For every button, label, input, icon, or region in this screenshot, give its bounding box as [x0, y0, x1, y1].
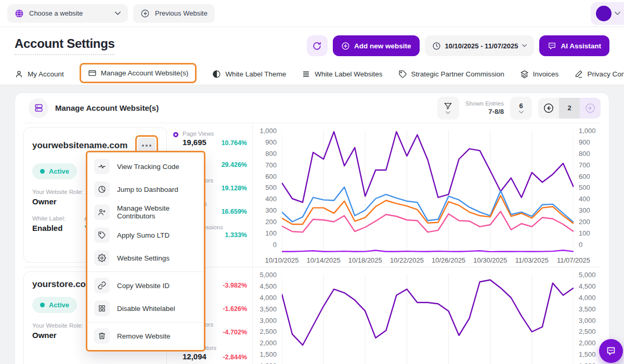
stat-row: Page Views19,69510.764%	[173, 131, 247, 147]
menu-item-label: Jump to Dashboard	[117, 186, 178, 193]
tab-my-account[interactable]: My Account	[15, 70, 64, 79]
tab-white-label-theme[interactable]: White Label Theme	[212, 70, 286, 79]
account-menu[interactable]	[591, 2, 624, 25]
tab-white-label-websites[interactable]: White Label Websites	[302, 70, 382, 79]
tab-label: Privacy Consents	[587, 70, 624, 78]
stat-percent: 29.426%	[222, 161, 247, 168]
menu-item-jump-to-dashboard[interactable]: Jump to Dashboard	[87, 178, 204, 201]
chat-icon	[548, 42, 556, 50]
menu-item-label: Disable Whitelabel	[117, 305, 175, 313]
previous-website-button[interactable]: Previous Website	[133, 4, 215, 23]
ai-assistant-button[interactable]: AI Assistant	[539, 35, 609, 56]
y-axis-right: 1,0009008007006005004003002001000	[574, 127, 597, 249]
tab-label: Invoices	[533, 70, 559, 78]
menu-item-label: Copy Website ID	[117, 282, 170, 290]
tab-invoices[interactable]: Invoices	[520, 70, 559, 79]
filter-button[interactable]	[437, 97, 459, 120]
status-dot	[40, 169, 45, 174]
settings-tabs: My Account Manage Account Website(s) Whi…	[0, 61, 624, 85]
tab-manage-account-websites[interactable]: Manage Account Website(s)	[80, 63, 197, 83]
support-chat-button[interactable]	[599, 339, 623, 363]
menu-item-view-tracking-code[interactable]: View Tracking Code	[87, 155, 204, 178]
page-title: Account Settings	[15, 36, 115, 55]
tab-strategic-partner-commission[interactable]: Strategic Partner Commission	[398, 70, 504, 79]
arrow-right-circle-icon	[584, 102, 596, 114]
stat-value: 12,094	[183, 352, 206, 361]
stat-label: Page Views	[183, 131, 247, 137]
menu-item-copy-website-id[interactable]: Copy Website ID	[87, 274, 204, 297]
clock-icon	[432, 42, 441, 50]
tab-label: My Account	[28, 70, 64, 78]
refresh-button[interactable]	[307, 35, 328, 56]
avatar	[596, 6, 612, 21]
add-new-website-button[interactable]: Add new website	[333, 35, 420, 56]
status-dot	[40, 303, 45, 307]
gear-icon	[94, 250, 110, 266]
arrow-left-circle-icon	[543, 102, 554, 114]
menu-item-website-settings[interactable]: Website Settings	[87, 246, 204, 269]
chevron-down-icon	[519, 111, 524, 114]
series-page-views	[282, 280, 574, 345]
globe-icon	[15, 9, 24, 18]
contrast-icon	[212, 70, 221, 79]
chevron-down-icon	[522, 44, 527, 48]
page-size-select[interactable]: 6	[510, 97, 532, 120]
menu-item-label: Apply Sumo LTD	[117, 231, 170, 239]
top-bar: Choose a website Previous Website	[0, 0, 624, 27]
shown-entries-value: 7-8/8	[465, 108, 504, 116]
tab-label: White Label Websites	[315, 70, 382, 78]
line-chart-canvas	[282, 131, 574, 252]
next-page-button[interactable]	[580, 98, 601, 119]
plus-circle-icon	[341, 42, 350, 50]
date-range-picker[interactable]: 10/10/2025 - 11/07/2025	[425, 35, 535, 56]
grid-icon	[94, 301, 110, 316]
pulse-icon	[94, 159, 110, 174]
website-actions-menu: View Tracking Code Jump to Dashboard Man…	[86, 151, 205, 352]
tab-privacy-consents[interactable]: Privacy Consents	[574, 70, 624, 79]
stat-percent: -3.982%	[223, 282, 247, 289]
browser-icon	[88, 69, 97, 77]
website-name: yourstore.com	[32, 279, 94, 290]
menu-item-apply-sumo-ltd[interactable]: Apply Sumo LTD	[87, 224, 204, 246]
chevron-down-icon	[446, 111, 450, 114]
website-selector[interactable]: Choose a website	[7, 4, 128, 23]
database-icon	[29, 98, 48, 118]
tab-label: Manage Account Website(s)	[101, 69, 189, 77]
menu-divider	[87, 271, 204, 272]
metric-dot-icon	[173, 132, 178, 137]
status-badge: Active	[32, 163, 77, 179]
status-badge: Active	[32, 297, 77, 313]
current-page[interactable]: 2	[559, 98, 580, 119]
menu-item-label: Manage Website Contributors	[117, 204, 197, 220]
menu-item-remove-website[interactable]: Remove Website	[87, 324, 204, 347]
stat-percent: -4.702%	[223, 329, 247, 336]
pen-icon	[574, 70, 583, 79]
menu-item-disable-whitelabel[interactable]: Disable Whitelabel	[87, 297, 204, 320]
white-label-label: White Label:	[32, 215, 66, 222]
funnel-icon	[444, 101, 452, 110]
menu-divider	[87, 322, 204, 322]
menu-item-label: Website Settings	[117, 254, 170, 262]
series-page-views	[282, 132, 574, 202]
stat-percent: 19.128%	[222, 185, 247, 192]
pagination: 2	[538, 98, 601, 119]
trash-icon	[94, 328, 110, 344]
stat-percent: -1.626%	[223, 305, 247, 313]
stat-percent: 16.659%	[222, 208, 247, 215]
status-label: Active	[49, 167, 69, 175]
tag-icon	[398, 70, 407, 79]
menu-item-manage-website-contributors[interactable]: Manage Website Contributors	[87, 201, 204, 224]
white-label-status: White Label: Enabled	[32, 215, 66, 232]
panel-title: Manage Account Website(s)	[55, 103, 159, 112]
stat-percent: 1.333%	[225, 231, 247, 239]
traffic-chart: 5,0004,5004,0003,5003,0002,5002,0001,500…	[252, 267, 601, 364]
shown-entries-label: Shown Entries	[465, 100, 504, 108]
y-axis-right: 5,0004,5004,0003,5003,0002,5002,0001,500…	[574, 271, 597, 364]
menu-item-label: Remove Website	[117, 332, 171, 340]
list-icon	[302, 70, 310, 79]
tab-label: Strategic Partner Commission	[411, 70, 504, 78]
stat-value: 19,695	[183, 138, 206, 147]
stat-percent: -2.844%	[223, 354, 247, 361]
white-label-value: Enabled	[32, 224, 66, 232]
previous-page-button[interactable]	[538, 98, 559, 119]
